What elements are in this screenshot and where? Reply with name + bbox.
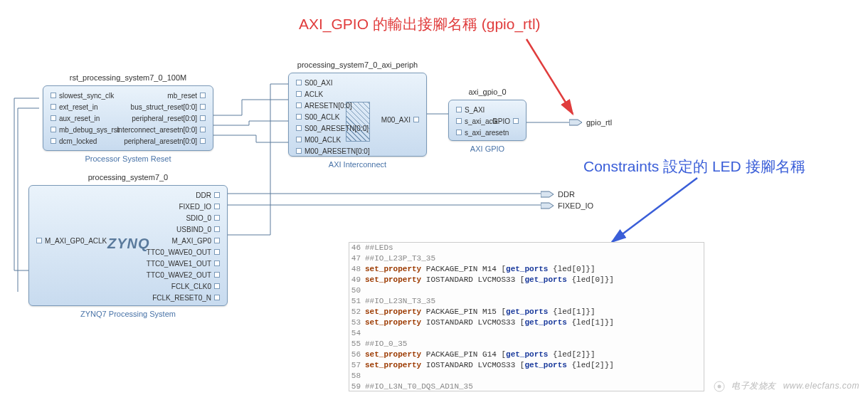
annotation-axi-gpio: AXI_GPIO 的輸出接腳名稱 (gpio_rtl) [299, 14, 541, 34]
code-line: 46##LEDs [349, 243, 704, 253]
ext-port-fixed-io: FIXED_IO [541, 201, 593, 211]
ext-port-gpio-rtl-label: gpio_rtl [586, 118, 612, 127]
port-s00-aclk: S00_ACLK [293, 112, 339, 122]
watermark-icon [713, 380, 726, 393]
svg-line-1 [612, 178, 697, 242]
port-dcm-locked: dcm_locked [48, 136, 97, 146]
port-m-axi-gp0-aclk: M_AXI_GP0_ACLK [33, 236, 107, 246]
port-interconnect-aresetn: interconnect_aresetn[0:0] [117, 125, 208, 135]
block-rst-caption: Processor System Reset [43, 154, 213, 163]
port-aux-reset-in: aux_reset_in [48, 113, 100, 123]
code-line: 50 [349, 285, 704, 296]
port-fclk-clk0: FCLK_CLK0 [171, 281, 223, 291]
block-zynq: processing_system7_0 ZYNQ7 Processing Sy… [28, 185, 228, 306]
port-ext-reset-in: ext_reset_in [48, 102, 97, 112]
watermark-url: www.elecfans.com [783, 381, 859, 391]
zynq-logo: ZYNQ [107, 236, 150, 252]
svg-marker-4 [541, 203, 554, 209]
port-m00-aclk: M00_ACLK [293, 135, 341, 144]
port-m-axi-gp0: M_AXI_GP0 [171, 236, 223, 246]
port-mb-debug-sys-rst: mb_debug_sys_rst [48, 125, 120, 135]
block-zynq-caption: ZYNQ7 Processing System [29, 310, 227, 318]
svg-marker-3 [541, 191, 554, 197]
code-line: 59##IO_L3N_T0_DQS_AD1N_35 [349, 381, 704, 391]
block-rst: rst_processing_system7_0_100M Processor … [43, 85, 213, 151]
port-mb-reset: mb_reset [167, 90, 208, 100]
ext-port-ddr: DDR [541, 189, 575, 199]
block-axi-gpio: axi_gpio_0 AXI GPIO S_AXI s_axi_aclk s_a… [448, 100, 526, 141]
watermark: 电子发烧友 www.elecfans.com [713, 380, 859, 393]
ext-port-ddr-label: DDR [558, 190, 575, 199]
port-s-axi: S_AXI [453, 105, 485, 115]
port-gpio: GPIO [492, 116, 522, 126]
block-axi-periph: processing_system7_0_axi_periph AXI Inte… [288, 73, 427, 157]
port-ttc0-wave0-out: TTC0_WAVE0_OUT [147, 247, 223, 257]
ext-port-fixed-io-label: FIXED_IO [558, 201, 593, 210]
port-m00-axi: M00_AXI [381, 115, 422, 125]
code-line: 56set_property PACKAGE_PIN G14 [get_port… [349, 349, 704, 360]
code-line: 58 [349, 371, 704, 381]
code-line: 53set_property IOSTANDARD LVCMOS33 [get_… [349, 317, 704, 328]
block-rst-title: rst_processing_system7_0_100M [43, 73, 213, 82]
block-axi-periph-caption: AXI Interconnect [289, 160, 426, 169]
constraints-code: 46##LEDs47##IO_L23P_T3_3548set_property … [349, 242, 704, 391]
port-m00-aresetn: M00_ARESETN[0:0] [293, 146, 370, 156]
code-line: 51##IO_L23N_T3_35 [349, 296, 704, 307]
port-s00-axi: S00_AXI [293, 78, 332, 88]
port-peripheral-aresetn: peripheral_aresetn[0:0] [124, 136, 208, 146]
block-axi-gpio-title: axi_gpio_0 [449, 88, 526, 96]
port-s-axi-aresetn: s_axi_aresetn [453, 127, 509, 137]
code-line: 54 [349, 328, 704, 339]
svg-marker-2 [569, 120, 582, 125]
code-line: 47##IO_L23P_T3_35 [349, 253, 704, 264]
port-ddr: DDR [196, 190, 223, 200]
watermark-text: 电子发烧友 [731, 381, 776, 391]
port-ttc0-wave2-out: TTC0_WAVE2_OUT [147, 270, 223, 280]
code-line: 52set_property PACKAGE_PIN M15 [get_port… [349, 307, 704, 317]
port-s00-aresetn: S00_ARESETN[0:0] [293, 123, 369, 133]
ext-port-gpio-rtl: gpio_rtl [569, 117, 612, 127]
code-line: 49set_property IOSTANDARD LVCMOS33 [get_… [349, 275, 704, 285]
code-line: 55##IO_0_35 [349, 339, 704, 349]
port-usbind-0: USBIND_0 [176, 224, 223, 234]
block-axi-periph-title: processing_system7_0_axi_periph [289, 60, 426, 69]
port-fixed-io: FIXED_IO [179, 201, 223, 211]
port-sdio-0: SDIO_0 [186, 213, 223, 223]
port-bus-struct-reset: bus_struct_reset[0:0] [131, 102, 208, 112]
block-axi-gpio-caption: AXI GPIO [449, 144, 526, 153]
port-slowest-sync-clk: slowest_sync_clk [48, 90, 114, 100]
port-ttc0-wave1-out: TTC0_WAVE1_OUT [147, 258, 223, 268]
svg-point-6 [718, 385, 721, 389]
annotation-constraints: Constraints 設定的 LED 接腳名稱 [583, 157, 805, 177]
block-zynq-title: processing_system7_0 [29, 173, 227, 181]
port-aclk: ACLK [293, 89, 323, 99]
code-line: 57set_property IOSTANDARD LVCMOS33 [get_… [349, 360, 704, 371]
port-aresetn: ARESETN[0:0] [293, 100, 352, 110]
code-line: 48set_property PACKAGE_PIN M14 [get_port… [349, 264, 704, 275]
port-peripheral-reset: peripheral_reset[0:0] [132, 113, 208, 123]
port-s-axi-aclk: s_axi_aclk [453, 116, 498, 126]
port-fclk-reset0-n: FCLK_RESET0_N [152, 293, 223, 302]
